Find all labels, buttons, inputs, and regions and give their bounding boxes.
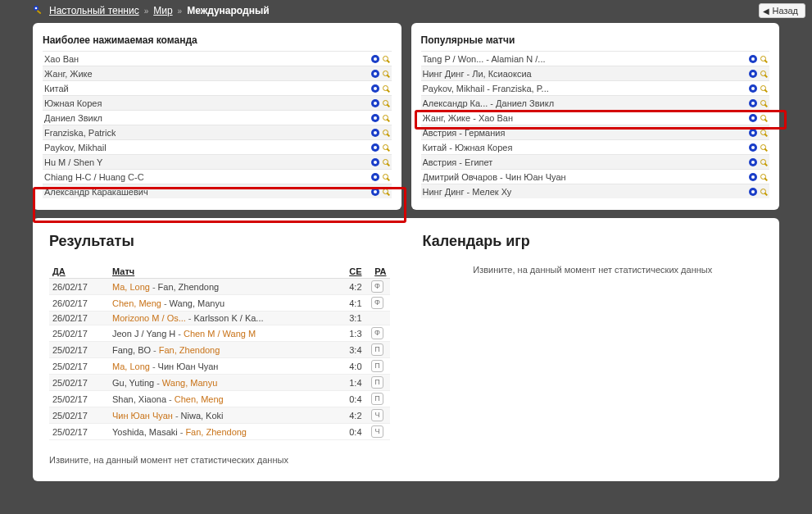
crumb-region[interactable]: Мир [153, 5, 172, 16]
cell-ra: П [365, 342, 390, 358]
team-row[interactable]: Hu M / Shen Y [43, 154, 392, 169]
info-dot-icon[interactable] [749, 114, 757, 122]
magnifier-icon[interactable] [382, 99, 390, 107]
team-name: Александр Каракашевич [44, 187, 148, 197]
magnifier-icon[interactable] [382, 70, 390, 78]
magnifier-icon[interactable] [382, 143, 390, 152]
info-dot-icon[interactable] [371, 188, 379, 196]
team-row[interactable]: Paykov, Mikhail [43, 139, 392, 154]
magnifier-icon[interactable] [760, 70, 768, 78]
info-dot-icon[interactable] [749, 158, 757, 166]
match-row[interactable]: Paykov, Mikhail - Franziska, P... [421, 80, 770, 95]
result-row[interactable]: 25/02/17Gu, Yuting-Wang, Manyu1:4П [49, 375, 390, 391]
cell-ra [365, 312, 390, 325]
magnifier-icon[interactable] [760, 158, 768, 166]
team-row[interactable]: Китай [43, 80, 392, 95]
cell-ra: Ч [365, 407, 390, 424]
team-row[interactable]: Хао Ван [43, 51, 392, 66]
team-row[interactable]: Даниел Звикл [43, 110, 392, 125]
cell-match: Morizono M / Os...-Karlsson K / Ka... [109, 312, 336, 325]
info-dot-icon[interactable] [749, 143, 757, 152]
magnifier-icon[interactable] [760, 55, 768, 63]
magnifier-icon[interactable] [760, 84, 768, 93]
magnifier-icon[interactable] [382, 173, 390, 181]
result-row[interactable]: 25/02/17Jeon J / Yang H-Chen M / Wang M1… [49, 325, 390, 342]
info-dot-icon[interactable] [749, 55, 757, 63]
info-dot-icon[interactable] [371, 158, 379, 166]
team-row[interactable]: Chiang H-C / Huang C-C [43, 169, 392, 184]
info-dot-icon[interactable] [749, 188, 757, 196]
match-name: Жанг, Жике - Хао Ван [423, 113, 514, 123]
match-row[interactable]: Австрия - Германия [421, 125, 770, 139]
cell-match: Ma, Long-Fan, Zhendong [109, 279, 336, 295]
magnifier-icon[interactable] [760, 99, 768, 107]
match-row[interactable]: Австрия - Египет [421, 154, 770, 169]
result-row[interactable]: 25/02/17Чин Юан Чуан-Niwa, Koki4:2Ч [49, 407, 390, 424]
result-row[interactable]: 26/02/17Chen, Meng-Wang, Manyu4:1Ф [49, 295, 390, 312]
magnifier-icon[interactable] [760, 143, 768, 152]
col-ra[interactable]: РА [365, 265, 390, 279]
info-dot-icon[interactable] [371, 129, 379, 137]
result-row[interactable]: 25/02/17Shan, Xiaona-Chen, Meng0:4П [49, 391, 390, 407]
magnifier-icon[interactable] [382, 114, 390, 122]
match-row[interactable]: Дмитрий Овчаров - Чин Юан Чуан [421, 169, 770, 184]
match-row[interactable]: Александр Ка... - Даниел Звикл [421, 95, 770, 110]
magnifier-icon[interactable] [382, 188, 390, 196]
cell-ra: П [365, 375, 390, 391]
info-dot-icon[interactable] [371, 70, 379, 78]
cell-date: 25/02/17 [49, 424, 109, 440]
cell-match: Jeon J / Yang H-Chen M / Wang M [109, 325, 336, 342]
info-dot-icon[interactable] [749, 70, 757, 78]
info-dot-icon[interactable] [371, 55, 379, 63]
match-row[interactable]: Китай - Южная Корея [421, 139, 770, 154]
magnifier-icon[interactable] [382, 84, 390, 93]
magnifier-icon[interactable] [760, 188, 768, 196]
info-dot-icon[interactable] [371, 114, 379, 122]
info-dot-icon[interactable] [371, 84, 379, 93]
magnifier-icon[interactable] [760, 129, 768, 137]
result-row[interactable]: 25/02/17Yoshida, Masaki-Fan, Zhendong0:4… [49, 424, 390, 440]
result-row[interactable]: 25/02/17Ma, Long-Чин Юан Чуан4:0П [49, 358, 390, 375]
match-name: Paykov, Mikhail - Franziska, P... [423, 84, 549, 93]
team-name: Хао Ван [44, 54, 79, 64]
info-dot-icon[interactable] [371, 99, 379, 107]
magnifier-icon[interactable] [760, 173, 768, 181]
info-dot-icon[interactable] [749, 173, 757, 181]
team-row[interactable]: Александр Каракашевич [43, 184, 392, 198]
info-dot-icon[interactable] [749, 99, 757, 107]
back-button[interactable]: ◀ Назад [759, 3, 805, 18]
result-row[interactable]: 26/02/17Ma, Long-Fan, Zhendong4:2Ф [49, 279, 390, 295]
back-label: Назад [772, 6, 798, 16]
magnifier-icon[interactable] [382, 55, 390, 63]
team-name: Южная Корея [44, 98, 102, 108]
info-dot-icon[interactable] [371, 173, 379, 181]
match-row[interactable]: Tang P / Won... - Alamian N /... [421, 51, 770, 66]
match-name: Китай - Южная Корея [423, 143, 513, 152]
info-dot-icon[interactable] [371, 143, 379, 152]
team-row[interactable]: Franziska, Patrick [43, 125, 392, 139]
results-table: ДА Матч СЕ РА 26/02/17Ma, Long-Fan, Zhen… [49, 265, 390, 440]
popular-teams-list: Хао ВанЖанг, ЖикеКитайЮжная КореяДаниел … [43, 51, 392, 198]
crumb-sport[interactable]: Настольный теннис [49, 5, 139, 16]
team-row[interactable]: Южная Корея [43, 95, 392, 110]
cell-date: 25/02/17 [49, 407, 109, 424]
match-row[interactable]: Жанг, Жике - Хао Ван [421, 110, 770, 125]
magnifier-icon[interactable] [382, 158, 390, 166]
team-row[interactable]: Жанг, Жике [43, 66, 392, 80]
result-row[interactable]: 26/02/17Morizono M / Os...-Karlsson K / … [49, 312, 390, 325]
result-row[interactable]: 25/02/17Fang, BO-Fan, Zhendong3:4П [49, 342, 390, 358]
breadcrumb: Настольный теннис » Мир » Международный [33, 5, 270, 16]
magnifier-icon[interactable] [760, 114, 768, 122]
cell-score: 0:4 [336, 391, 365, 407]
cell-score: 4:0 [336, 358, 365, 375]
match-row[interactable]: Нинг Динг - Ли, Ксиаоксиа [421, 66, 770, 80]
match-name: Австрия - Германия [423, 128, 506, 138]
col-date[interactable]: ДА [49, 265, 109, 279]
col-score[interactable]: СЕ [336, 265, 365, 279]
info-dot-icon[interactable] [749, 129, 757, 137]
info-dot-icon[interactable] [749, 84, 757, 93]
magnifier-icon[interactable] [382, 129, 390, 137]
col-match[interactable]: Матч [109, 265, 336, 279]
round-badge: Ф [371, 327, 383, 339]
match-row[interactable]: Нинг Динг - Мелек Ху [421, 184, 770, 198]
